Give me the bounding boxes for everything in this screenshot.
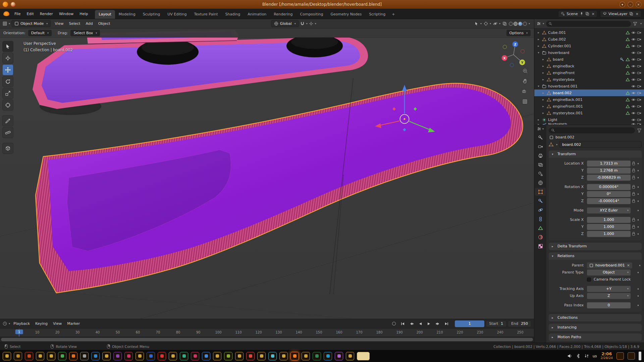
- unlink-scene-button[interactable]: ×: [592, 12, 595, 16]
- outliner-row-hoverboard.001[interactable]: ▾hoverboard.001: [534, 83, 644, 89]
- number-field-rotation-x[interactable]: 0.000004°: [587, 184, 631, 190]
- outliner-filter-dropdown[interactable]: ▾: [640, 22, 642, 25]
- eye-icon[interactable]: [631, 84, 636, 88]
- lock-icon[interactable]: [632, 177, 635, 179]
- scene-selector[interactable]: Scene ×: [558, 10, 597, 17]
- expand-arrow-icon[interactable]: ▸: [541, 91, 545, 95]
- taskbar-app-icon[interactable]: [158, 352, 166, 360]
- cam-icon[interactable]: [637, 84, 641, 88]
- expand-arrow-icon[interactable]: ▸: [541, 78, 545, 81]
- play-reverse-button[interactable]: [417, 320, 424, 327]
- window-menu-button[interactable]: ▾: [620, 2, 625, 7]
- taskbar-app-icon[interactable]: [335, 352, 343, 360]
- parent-type-dropdown[interactable]: Object▾: [587, 269, 631, 276]
- eye-icon[interactable]: [631, 91, 636, 95]
- remove-viewlayer-button[interactable]: ×: [636, 12, 639, 16]
- pass-index-field[interactable]: 0: [587, 302, 631, 308]
- filter-icon[interactable]: [637, 128, 642, 133]
- expand-arrow-icon[interactable]: ▸: [541, 71, 545, 74]
- frame-end-field[interactable]: End 250: [508, 320, 531, 327]
- rendered-shading-icon[interactable]: [523, 22, 527, 26]
- eye-icon[interactable]: [631, 64, 636, 68]
- tray-app-icon[interactable]: [628, 352, 635, 360]
- cam-icon[interactable]: [637, 111, 641, 115]
- viewport-menu-view[interactable]: View: [52, 20, 66, 27]
- properties-tab-tool[interactable]: [535, 133, 546, 141]
- taskbar-app-grid-icon[interactable]: [3, 352, 11, 360]
- viewport-menu-add[interactable]: Add: [83, 20, 95, 27]
- expand-arrow-icon[interactable]: ▸: [536, 118, 541, 121]
- viewport-scene[interactable]: Z X Y: [0, 28, 534, 319]
- parent-field[interactable]: hoverboard.001 ×: [587, 262, 632, 268]
- timeline-menu-view[interactable]: View: [50, 320, 64, 327]
- proportional-edit-toggle[interactable]: ▾: [309, 21, 316, 26]
- expand-arrow-icon[interactable]: ▸: [541, 58, 545, 61]
- properties-tab-material[interactable]: [535, 233, 546, 241]
- material-shading-icon[interactable]: [518, 22, 522, 26]
- taskbar-app-icon[interactable]: [257, 352, 266, 360]
- eye-icon[interactable]: [631, 118, 636, 122]
- expand-arrow-icon[interactable]: ▸: [536, 44, 541, 48]
- expand-arrow-icon[interactable]: ▸: [541, 98, 545, 101]
- cam-icon[interactable]: [637, 51, 641, 55]
- eye-icon[interactable]: [631, 71, 636, 75]
- timeline-ruler[interactable]: 1 11020304050607080901001101201301401501…: [0, 328, 534, 337]
- workspace-tab-compositing[interactable]: Compositing: [297, 10, 327, 19]
- properties-tab-physics[interactable]: [535, 206, 546, 214]
- lock-icon[interactable]: [632, 186, 635, 189]
- properties-tab-scene[interactable]: [535, 170, 546, 178]
- outliner-row-Cube.002[interactable]: ▸Cube.002: [534, 36, 644, 43]
- number-field-z[interactable]: 1.000: [587, 231, 631, 237]
- lock-icon[interactable]: [632, 219, 635, 222]
- prev-keyframe-button[interactable]: [408, 320, 415, 327]
- properties-editor-type-button[interactable]: ▾: [537, 127, 544, 131]
- cam-icon[interactable]: [637, 57, 641, 62]
- delta-transform-header[interactable]: ▸ Delta Transform: [549, 243, 642, 250]
- taskbar-app-icon[interactable]: [313, 352, 321, 360]
- timeline-scrollbar[interactable]: [0, 337, 534, 343]
- eye-icon[interactable]: [631, 77, 636, 82]
- transform-panel-header[interactable]: ▾ Transform: [549, 150, 642, 158]
- cam-icon[interactable]: [637, 118, 641, 122]
- taskbar-app-icon[interactable]: [235, 352, 244, 360]
- snap-toggle[interactable]: ▾: [300, 21, 308, 26]
- properties-tab-object[interactable]: [535, 188, 546, 196]
- outliner-row-mysterybox.001[interactable]: ▸mysterybox.001: [534, 110, 644, 116]
- keyboard-layout-indicator[interactable]: us: [593, 354, 597, 358]
- timeline-menu-marker[interactable]: Marker: [64, 320, 83, 327]
- wireframe-shading-icon[interactable]: [509, 22, 513, 26]
- properties-search-input[interactable]: [549, 127, 635, 133]
- next-keyframe-button[interactable]: [434, 320, 441, 327]
- taskbar-app-icon[interactable]: [180, 352, 188, 360]
- menubar-menu-edit[interactable]: Edit: [23, 10, 37, 17]
- pin-icon[interactable]: [580, 12, 584, 16]
- annotate-tool-button[interactable]: [2, 115, 13, 126]
- outliner-row-engineFront.001[interactable]: ▸engineFront.001: [534, 103, 644, 110]
- cam-icon[interactable]: [637, 77, 641, 82]
- number-field-z[interactable]: -0.000014°: [587, 198, 631, 204]
- cursor-tool-button[interactable]: [2, 53, 13, 64]
- workspace-tab-uv-editing[interactable]: UV Editing: [164, 10, 190, 19]
- eye-icon[interactable]: [631, 57, 636, 62]
- properties-tab-data[interactable]: [535, 224, 546, 232]
- menubar-menu-file[interactable]: File: [11, 10, 23, 17]
- properties-tab-world[interactable]: [535, 179, 546, 187]
- taskbar-files-icon[interactable]: [47, 352, 55, 360]
- rotate-tool-button[interactable]: [2, 76, 13, 87]
- properties-tab-render[interactable]: [535, 142, 546, 150]
- timeline-menu-playback[interactable]: Playback: [11, 320, 33, 327]
- outliner-editor-type-button[interactable]: ▾: [537, 21, 544, 26]
- taskbar-app-icon[interactable]: [91, 352, 100, 360]
- taskbar-app-icon[interactable]: [102, 352, 111, 360]
- solid-shading-icon[interactable]: [514, 22, 518, 26]
- properties-tab-output[interactable]: [535, 152, 546, 160]
- object-name-field[interactable]: board.002: [559, 141, 642, 148]
- taskbar-app-icon[interactable]: [80, 352, 89, 360]
- clear-parent-button[interactable]: ×: [627, 263, 630, 267]
- show-desktop-button[interactable]: [639, 352, 641, 360]
- overlays-dropdown[interactable]: ▾: [493, 21, 500, 26]
- taskbar-app-icon[interactable]: [213, 352, 221, 360]
- outliner-row-board.002[interactable]: ▸board.002: [534, 89, 644, 96]
- taskbar-app-icon[interactable]: [58, 352, 66, 360]
- taskbar-media-player-icon[interactable]: [69, 352, 77, 360]
